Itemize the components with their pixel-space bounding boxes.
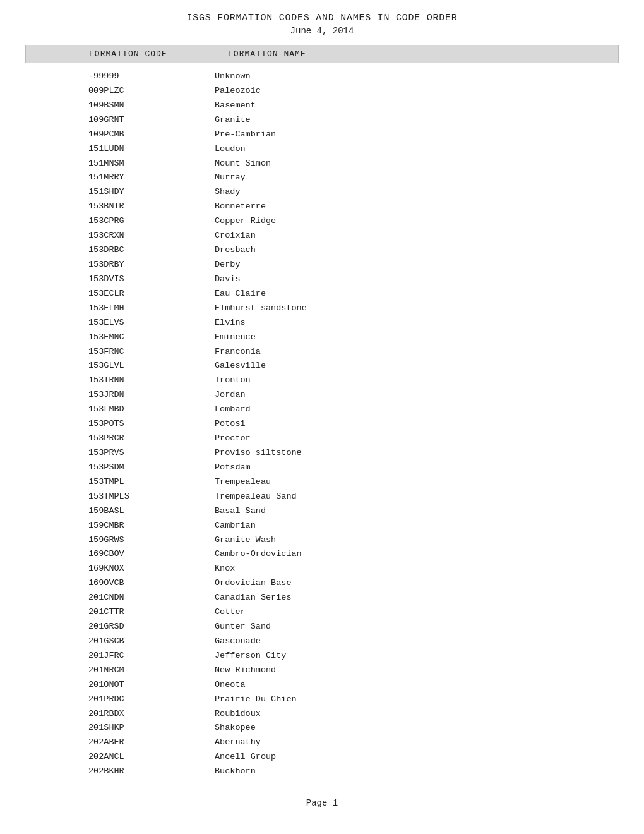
- cell-name: Canadian Series: [215, 591, 292, 605]
- table-row: 153CPRGCopper Ridge: [88, 214, 619, 229]
- cell-name: Davis: [215, 273, 241, 286]
- cell-code: 153BNTR: [88, 200, 215, 214]
- cell-code: 202ANCL: [88, 751, 215, 764]
- cell-code: 201JFRC: [88, 650, 215, 663]
- cell-code: 153FRNC: [88, 346, 215, 359]
- cell-code: 169KNOX: [88, 562, 215, 576]
- cell-name: Loudon: [215, 143, 246, 156]
- cell-code: 201NRCM: [88, 664, 215, 677]
- table-row: 151MNSMMount Simon: [88, 157, 619, 171]
- table-row: 153PSDMPotsdam: [88, 461, 619, 475]
- page-number: Page 1: [306, 798, 338, 808]
- cell-code: 159BASL: [88, 505, 215, 518]
- column-header-code: FORMATION CODE: [89, 49, 228, 59]
- data-table: -99999Unknown009PLZCPaleozoic109BSMNBase…: [25, 70, 619, 779]
- cell-name: Basal Sand: [215, 505, 266, 518]
- cell-code: 109BSMN: [88, 99, 215, 112]
- cell-name: Cambro-Ordovician: [215, 548, 302, 561]
- cell-name: Trempealeau: [215, 476, 271, 489]
- table-row: 169CBOVCambro-Ordovician: [88, 547, 619, 562]
- cell-name: Granite: [215, 114, 251, 127]
- cell-name: Galesville: [215, 360, 266, 373]
- cell-code: 201GRSD: [88, 620, 215, 634]
- cell-code: 153CRXN: [88, 229, 215, 243]
- cell-code: 153DVIS: [88, 273, 215, 286]
- table-row: 153FRNCFranconia: [88, 345, 619, 360]
- cell-code: 169CBOV: [88, 548, 215, 561]
- cell-code: 009PLZC: [88, 85, 215, 98]
- table-row: 201SHKPShakopee: [88, 721, 619, 735]
- cell-code: 153LMBD: [88, 403, 215, 416]
- cell-code: 153DRBY: [88, 258, 215, 272]
- cell-name: Cotter: [215, 606, 246, 619]
- cell-code: 202BKHR: [88, 765, 215, 778]
- cell-name: Eau Claire: [215, 287, 266, 301]
- table-row: 153TMPLSTrempealeau Sand: [88, 490, 619, 504]
- table-row: 159GRWSGranite Wash: [88, 533, 619, 548]
- table-row: 153IRNNIronton: [88, 373, 619, 388]
- cell-name: Ancell Group: [215, 751, 276, 764]
- cell-name: Ordovician Base: [215, 577, 292, 590]
- cell-code: 153IRNN: [88, 374, 215, 387]
- page-footer: Page 1: [25, 798, 619, 808]
- page-header: ISGS FORMATION CODES AND NAMES IN CODE O…: [25, 13, 619, 36]
- cell-code: 109PCMB: [88, 128, 215, 142]
- table-row: 109GRNTGranite: [88, 113, 619, 128]
- cell-name: Oneota: [215, 679, 246, 692]
- table-row: 153PRVSProviso siltstone: [88, 446, 619, 461]
- cell-name: Bonneterre: [215, 200, 266, 214]
- cell-code: 153PRVS: [88, 447, 215, 460]
- cell-name: Basement: [215, 99, 256, 112]
- cell-code: 151LUDN: [88, 143, 215, 156]
- cell-name: Knox: [215, 562, 235, 576]
- page: ISGS FORMATION CODES AND NAMES IN CODE O…: [0, 0, 644, 834]
- cell-code: 153POTS: [88, 418, 215, 431]
- cell-code: 159CMBR: [88, 519, 215, 533]
- cell-name: Potsdam: [215, 461, 251, 474]
- cell-name: Jefferson City: [215, 650, 286, 663]
- cell-name: Mount Simon: [215, 157, 271, 171]
- cell-code: 153PSDM: [88, 461, 215, 474]
- cell-name: Pre-Cambrian: [215, 128, 276, 142]
- table-row: 153ECLREau Claire: [88, 287, 619, 301]
- cell-name: Trempealeau Sand: [215, 490, 297, 504]
- cell-code: 169OVCB: [88, 577, 215, 590]
- cell-code: 109GRNT: [88, 114, 215, 127]
- cell-name: Copper Ridge: [215, 215, 276, 228]
- cell-code: 153ELMH: [88, 302, 215, 315]
- cell-code: 201RBDX: [88, 708, 215, 721]
- table-row: 153DRBCDresbach: [88, 243, 619, 258]
- cell-name: Paleozoic: [215, 85, 261, 98]
- cell-name: Derby: [215, 258, 241, 272]
- table-row: 109BSMNBasement: [88, 99, 619, 113]
- cell-name: Prairie Du Chien: [215, 693, 297, 706]
- cell-name: Granite Wash: [215, 534, 276, 547]
- cell-name: Potosi: [215, 418, 246, 431]
- table-row: 151LUDNLoudon: [88, 142, 619, 157]
- table-row: -99999Unknown: [88, 70, 619, 84]
- table-row: 153CRXNCroixian: [88, 229, 619, 243]
- table-row: 159CMBRCambrian: [88, 519, 619, 533]
- cell-name: Unknown: [215, 70, 251, 83]
- cell-code: 151MRRY: [88, 171, 215, 184]
- cell-name: Ironton: [215, 374, 251, 387]
- table-row: 151MRRYMurray: [88, 171, 619, 185]
- cell-code: 201SHKP: [88, 722, 215, 735]
- cell-name: New Richmond: [215, 664, 276, 677]
- table-row: 153TMPLTrempealeau: [88, 475, 619, 490]
- table-row: 169KNOXKnox: [88, 562, 619, 576]
- cell-name: Gunter Sand: [215, 620, 271, 634]
- table-header-row: FORMATION CODE FORMATION NAME: [25, 45, 619, 63]
- cell-name: Lombard: [215, 403, 251, 416]
- table-row: 201ONOTOneota: [88, 678, 619, 692]
- table-row: 202ABERAbernathy: [88, 735, 619, 750]
- cell-code: 153JRDN: [88, 389, 215, 402]
- cell-code: 153CPRG: [88, 215, 215, 228]
- table-row: 153LMBDLombard: [88, 402, 619, 417]
- cell-code: 153PRCR: [88, 432, 215, 445]
- table-row: 201GSCBGasconade: [88, 634, 619, 649]
- cell-code: 201PRDC: [88, 693, 215, 706]
- cell-code: 153ELVS: [88, 317, 215, 330]
- cell-name: Abernathy: [215, 736, 261, 749]
- table-row: 153DRBYDerby: [88, 258, 619, 272]
